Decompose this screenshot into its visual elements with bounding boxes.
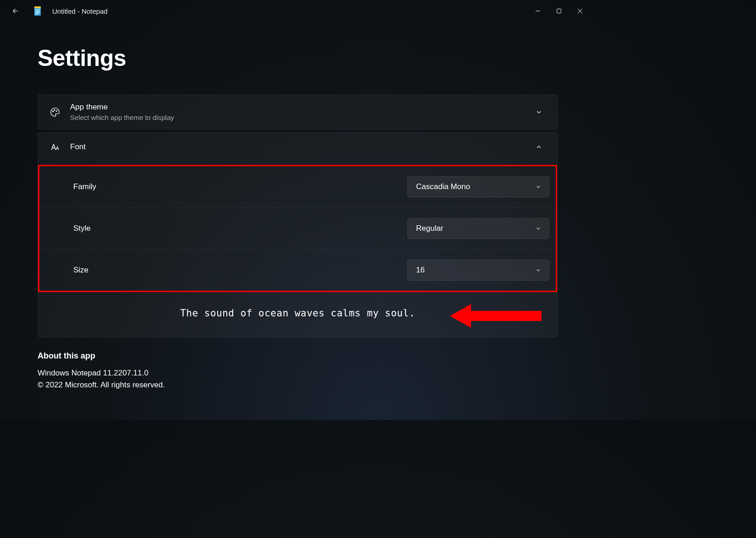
font-style-dropdown[interactable]: Regular [407,218,549,239]
font-preview-text: The sound of ocean waves calms my soul. [180,308,415,319]
svg-rect-0 [34,6,41,8]
app-theme-subtitle: Select which app theme to display [70,114,535,121]
font-icon [50,142,61,152]
svg-rect-1 [34,8,41,16]
about-version: Windows Notepad 11.2207.11.0 [38,367,558,379]
svg-rect-6 [536,11,540,11]
maximize-button[interactable] [548,4,570,18]
chevron-down-icon [535,267,542,273]
notepad-app-icon [33,6,42,16]
palette-icon [50,107,61,117]
chevron-up-icon [535,143,542,151]
svg-rect-3 [35,11,40,11]
font-family-label: Family [73,182,407,191]
font-family-value: Cascadia Mono [416,182,535,191]
font-size-value: 16 [416,266,535,275]
app-theme-card[interactable]: App theme Select which app theme to disp… [38,94,558,130]
svg-point-8 [53,111,54,112]
about-section: About this app Windows Notepad 11.2207.1… [38,351,558,391]
svg-rect-4 [35,12,40,13]
about-copyright: © 2022 Microsoft. All rights reserved. [38,379,558,391]
page-title: Settings [38,45,558,71]
font-size-label: Size [73,266,407,275]
font-preview-row: The sound of ocean waves calms my soul. [38,292,557,337]
chevron-down-icon [535,109,542,116]
font-settings-panel: Family Cascadia Mono Style Regular [38,165,557,292]
font-size-dropdown[interactable]: 16 [407,260,549,281]
svg-rect-5 [35,14,38,14]
font-size-row: Size 16 [39,249,556,291]
font-style-row: Style Regular [39,207,556,249]
svg-point-10 [56,110,57,111]
font-family-dropdown[interactable]: Cascadia Mono [407,176,549,197]
about-heading: About this app [38,351,558,361]
svg-rect-2 [35,10,40,10]
font-title: Font [70,142,535,152]
back-button[interactable] [8,7,23,15]
titlebar: Untitled - Notepad [0,0,594,22]
close-button[interactable] [570,4,591,18]
chevron-down-icon [535,184,542,190]
app-theme-title: App theme [70,103,535,112]
font-card-header[interactable]: Font [38,133,557,161]
window-title: Untitled - Notepad [52,7,108,15]
font-style-value: Regular [416,224,535,233]
font-style-label: Style [73,224,407,233]
svg-marker-11 [450,304,542,328]
svg-rect-7 [557,9,561,13]
chevron-down-icon [535,225,542,232]
minimize-button[interactable] [527,4,548,18]
font-family-row: Family Cascadia Mono [39,166,556,207]
font-card: Font Family Cascadia Mono [38,132,558,337]
annotation-arrow-icon [450,302,542,330]
svg-point-9 [54,109,55,110]
